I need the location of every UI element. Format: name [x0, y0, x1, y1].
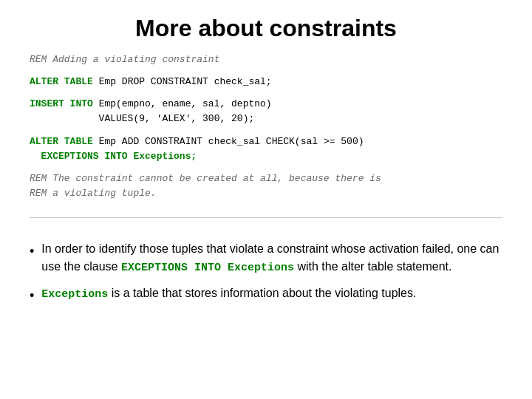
bullet-text-2: Exceptions is a table that stores inform… [41, 284, 502, 304]
bullet-dot-1: • [30, 242, 34, 262]
bullet-section: • In order to identify those tuples that… [30, 240, 502, 313]
rem-comment-2: REM The constraint cannot be created at … [30, 173, 381, 199]
bullet2-inline-code: Exceptions [41, 288, 108, 301]
bullet1-inline-code: EXCEPTIONS INTO Exceptions [121, 262, 294, 274]
code-exceptions-into: EXCEPTIONS INTO Exceptions; [41, 151, 197, 162]
keyword-insert: INSERT INTO [30, 98, 93, 109]
code-alter-drop-rest: Emp DROP CONSTRAINT check_sal; [93, 76, 272, 87]
rem-comment-1: REM Adding a violating constraint [30, 54, 219, 65]
bullet-dot-2: • [30, 286, 34, 306]
keyword-alter-drop: ALTER TABLE [30, 76, 93, 87]
bullet-text-1: In order to identify those tuples that v… [41, 240, 502, 277]
keyword-alter-add: ALTER TABLE [30, 136, 93, 147]
bullet-item-2: • Exceptions is a table that stores info… [30, 284, 502, 306]
bullet2-text-after: is a table that stores information about… [108, 287, 416, 299]
code-section-insert: INSERT INTO Emp(empno, ename, sal, deptn… [30, 97, 502, 126]
slide-title: More about constraints [30, 15, 502, 42]
code-section-alter-add: ALTER TABLE Emp ADD CONSTRAINT check_sal… [30, 134, 502, 164]
code-section-alter-drop: ALTER TABLE Emp DROP CONSTRAINT check_sa… [30, 75, 502, 89]
code-section-rem1: REM Adding a violating constraint [30, 52, 502, 67]
section-divider [30, 217, 502, 218]
code-section-rem2: REM The constraint cannot be created at … [30, 171, 502, 201]
bullet1-text-after: with the alter table statement. [294, 260, 451, 273]
code-block: REM Adding a violating constraint ALTER … [30, 52, 502, 208]
bullet-item-1: • In order to identify those tuples that… [30, 240, 502, 277]
slide: More about constraints REM Adding a viol… [0, 0, 532, 399]
